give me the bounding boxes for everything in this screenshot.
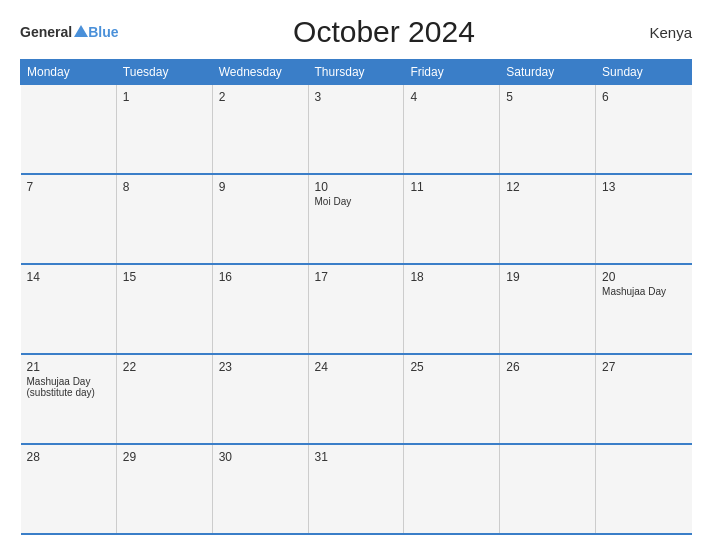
calendar-cell: 8	[116, 174, 212, 264]
day-number: 25	[410, 360, 493, 374]
calendar-cell	[404, 444, 500, 534]
calendar-cell: 31	[308, 444, 404, 534]
calendar-cell: 18	[404, 264, 500, 354]
calendar-cell: 11	[404, 174, 500, 264]
calendar-cell: 21Mashujaa Day (substitute day)	[21, 354, 117, 444]
calendar-cell: 6	[596, 85, 692, 175]
calendar-cell: 3	[308, 85, 404, 175]
calendar-cell: 22	[116, 354, 212, 444]
day-number: 11	[410, 180, 493, 194]
day-number: 30	[219, 450, 302, 464]
calendar-cell: 12	[500, 174, 596, 264]
day-number: 29	[123, 450, 206, 464]
day-number: 20	[602, 270, 685, 284]
day-number: 26	[506, 360, 589, 374]
calendar-week-1: 123456	[21, 85, 692, 175]
day-number: 2	[219, 90, 302, 104]
day-number: 22	[123, 360, 206, 374]
day-number: 24	[315, 360, 398, 374]
calendar-cell: 14	[21, 264, 117, 354]
col-wednesday: Wednesday	[212, 60, 308, 85]
calendar-week-3: 14151617181920Mashujaa Day	[21, 264, 692, 354]
day-number: 8	[123, 180, 206, 194]
holiday-label: Mashujaa Day	[602, 286, 685, 297]
logo: General Blue	[20, 24, 118, 40]
holiday-label: Mashujaa Day (substitute day)	[27, 376, 110, 398]
col-thursday: Thursday	[308, 60, 404, 85]
calendar-week-2: 78910Moi Day111213	[21, 174, 692, 264]
calendar-week-4: 21Mashujaa Day (substitute day)222324252…	[21, 354, 692, 444]
calendar-cell: 19	[500, 264, 596, 354]
calendar-cell: 1	[116, 85, 212, 175]
logo-triangle-icon	[74, 25, 88, 37]
calendar-cell: 28	[21, 444, 117, 534]
day-number: 12	[506, 180, 589, 194]
calendar-cell: 7	[21, 174, 117, 264]
holiday-label: Moi Day	[315, 196, 398, 207]
calendar-table: Monday Tuesday Wednesday Thursday Friday…	[20, 59, 692, 535]
day-number: 31	[315, 450, 398, 464]
day-number: 23	[219, 360, 302, 374]
day-number: 6	[602, 90, 685, 104]
calendar-week-5: 28293031	[21, 444, 692, 534]
logo-blue-text: Blue	[88, 24, 118, 40]
day-number: 16	[219, 270, 302, 284]
calendar-cell	[500, 444, 596, 534]
day-number: 4	[410, 90, 493, 104]
calendar-cell: 26	[500, 354, 596, 444]
day-number: 15	[123, 270, 206, 284]
calendar-cell: 4	[404, 85, 500, 175]
calendar-cell: 15	[116, 264, 212, 354]
day-number: 19	[506, 270, 589, 284]
calendar-cell: 27	[596, 354, 692, 444]
calendar-body: 12345678910Moi Day11121314151617181920Ma…	[21, 85, 692, 535]
calendar-cell: 16	[212, 264, 308, 354]
logo-general-text: General	[20, 24, 72, 40]
calendar-header: Monday Tuesday Wednesday Thursday Friday…	[21, 60, 692, 85]
country-label: Kenya	[649, 24, 692, 41]
day-number: 14	[27, 270, 110, 284]
day-number: 21	[27, 360, 110, 374]
calendar-cell	[596, 444, 692, 534]
day-number: 1	[123, 90, 206, 104]
col-monday: Monday	[21, 60, 117, 85]
page-title: October 2024	[293, 15, 475, 49]
day-number: 18	[410, 270, 493, 284]
col-sunday: Sunday	[596, 60, 692, 85]
day-number: 9	[219, 180, 302, 194]
day-number: 3	[315, 90, 398, 104]
day-number: 7	[27, 180, 110, 194]
col-tuesday: Tuesday	[116, 60, 212, 85]
calendar-cell: 2	[212, 85, 308, 175]
day-number: 5	[506, 90, 589, 104]
page-header: General Blue October 2024 Kenya	[20, 15, 692, 49]
calendar-cell: 10Moi Day	[308, 174, 404, 264]
calendar-cell: 24	[308, 354, 404, 444]
day-number: 28	[27, 450, 110, 464]
calendar-cell: 9	[212, 174, 308, 264]
calendar-cell: 5	[500, 85, 596, 175]
calendar-cell	[21, 85, 117, 175]
calendar-cell: 17	[308, 264, 404, 354]
day-number: 17	[315, 270, 398, 284]
calendar-cell: 20Mashujaa Day	[596, 264, 692, 354]
calendar-cell: 23	[212, 354, 308, 444]
calendar-cell: 30	[212, 444, 308, 534]
col-friday: Friday	[404, 60, 500, 85]
calendar-header-row: Monday Tuesday Wednesday Thursday Friday…	[21, 60, 692, 85]
calendar-cell: 29	[116, 444, 212, 534]
day-number: 27	[602, 360, 685, 374]
day-number: 13	[602, 180, 685, 194]
col-saturday: Saturday	[500, 60, 596, 85]
calendar-cell: 25	[404, 354, 500, 444]
day-number: 10	[315, 180, 398, 194]
calendar-cell: 13	[596, 174, 692, 264]
